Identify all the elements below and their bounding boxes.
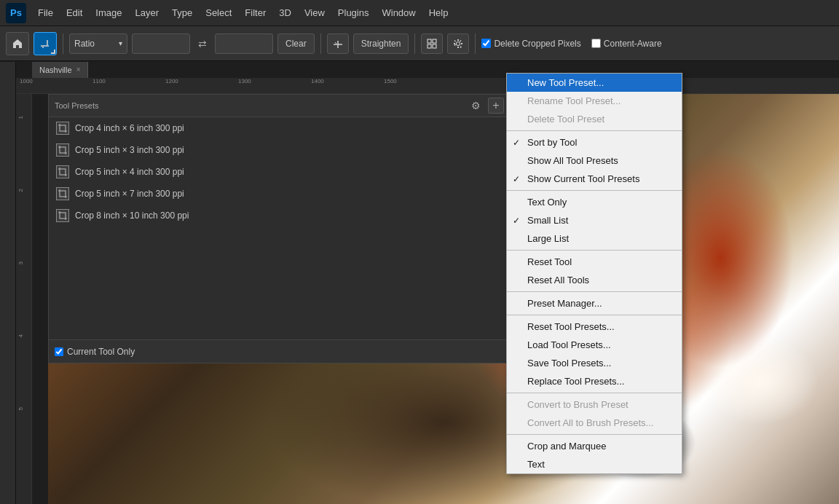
ctx-large-list[interactable]: Large List xyxy=(507,229,682,248)
content-aware-checkbox[interactable] xyxy=(591,39,601,48)
ctx-sort-by-tool[interactable]: ✓ Sort by Tool xyxy=(507,133,682,151)
large-list-label: Large List xyxy=(527,233,569,244)
menu-plugins[interactable]: Plugins xyxy=(332,4,375,21)
ruler-top: 1000 1100 1200 1300 1400 1500 xyxy=(16,78,839,94)
ctx-text-only[interactable]: Text Only xyxy=(507,193,682,211)
save-tool-presets-label: Save Tool Presets... xyxy=(527,358,611,369)
presets-new-button[interactable]: + xyxy=(488,98,504,114)
presets-panel-footer: Current Tool Only xyxy=(49,339,510,363)
swap-button[interactable]: ⇄ xyxy=(194,36,210,52)
straighten-label-button[interactable]: Straighten xyxy=(353,34,409,54)
preset-label-4: Crop 5 inch × 7 inch 300 ppi xyxy=(75,189,184,199)
menubar: Ps File Edit Image Layer Type Select Fil… xyxy=(0,0,839,26)
sep-1 xyxy=(63,34,63,54)
small-list-label: Small List xyxy=(527,215,568,226)
height-input[interactable] xyxy=(215,34,273,54)
preset-item-2[interactable]: Crop 5 inch × 3 inch 300 ppi xyxy=(49,139,510,161)
preset-crop-icon-4 xyxy=(56,187,69,200)
menu-file[interactable]: File xyxy=(32,4,59,21)
ruler-left-mark-3: 3 xyxy=(17,261,24,264)
ratio-dropdown[interactable]: Ratio ▾ xyxy=(69,34,127,54)
preset-label-1: Crop 4 inch × 6 inch 300 ppi xyxy=(75,123,184,133)
ctx-reset-tool[interactable]: Reset Tool xyxy=(507,253,682,271)
menu-filter[interactable]: Filter xyxy=(239,4,272,21)
svg-rect-3 xyxy=(428,39,431,43)
ctx-sep-6 xyxy=(507,393,682,393)
ctx-replace-tool-presets[interactable]: Replace Tool Presets... xyxy=(507,372,682,390)
tab-close-button[interactable]: × xyxy=(76,66,81,74)
ctx-show-all-tool-presets[interactable]: Show All Tool Presets xyxy=(507,151,682,170)
document-name: Nashville xyxy=(39,66,72,74)
menu-3d[interactable]: 3D xyxy=(273,4,297,21)
preset-crop-icon-3 xyxy=(56,165,69,178)
width-input[interactable] xyxy=(132,34,190,54)
clear-button[interactable]: Clear xyxy=(277,34,315,54)
ctx-rename-tool-preset: Rename Tool Preset... xyxy=(507,92,682,110)
grid-button[interactable] xyxy=(421,34,443,54)
svg-rect-17 xyxy=(60,169,66,175)
ctx-new-tool-preset[interactable]: New Tool Preset... xyxy=(507,74,682,92)
ruler-top-mark-5: 1400 xyxy=(311,78,324,84)
current-tool-only-checkbox[interactable] xyxy=(55,347,63,356)
crop-icon xyxy=(39,38,51,50)
context-menu: New Tool Preset... Rename Tool Preset...… xyxy=(506,73,682,474)
sort-by-tool-label: Sort by Tool xyxy=(527,137,577,148)
delete-cropped-pixels-checkbox[interactable] xyxy=(481,39,491,48)
menu-layer[interactable]: Layer xyxy=(130,4,165,21)
replace-tool-presets-label: Replace Tool Presets... xyxy=(527,376,624,387)
ctx-sep-2 xyxy=(507,190,682,191)
show-all-label: Show All Tool Presets xyxy=(527,155,618,166)
current-tool-only-text: Current Tool Only xyxy=(67,347,135,357)
reset-tool-presets-label: Reset Tool Presets... xyxy=(527,321,615,332)
ctx-sep-4 xyxy=(507,291,682,292)
current-tool-only-label[interactable]: Current Tool Only xyxy=(55,347,135,357)
menu-help[interactable]: Help xyxy=(423,4,454,21)
menu-select[interactable]: Select xyxy=(200,4,237,21)
ctx-preset-manager[interactable]: Preset Manager... xyxy=(507,294,682,312)
presets-gear-button[interactable]: ⚙ xyxy=(468,98,484,114)
small-list-check-icon: ✓ xyxy=(513,216,520,226)
ctx-crop-and-marquee[interactable]: Crop and Marquee xyxy=(507,437,682,455)
home-button[interactable] xyxy=(6,32,29,55)
content-aware-checkbox-container: Content-Aware xyxy=(591,39,662,49)
settings-button[interactable] xyxy=(447,34,469,54)
rename-tool-preset-label: Rename Tool Preset... xyxy=(527,95,621,106)
presets-panel-header: Tool Presets ⚙ + xyxy=(49,95,510,117)
menu-edit[interactable]: Edit xyxy=(60,4,88,21)
sort-check-icon: ✓ xyxy=(513,138,520,148)
svg-rect-5 xyxy=(428,44,431,48)
ruler-top-mark-2: 1100 xyxy=(92,78,106,84)
menu-type[interactable]: Type xyxy=(166,4,198,21)
ctx-convert-all-to-brush: Convert All to Brush Presets... xyxy=(507,414,682,432)
delete-cropped-pixels-checkbox-container: Delete Cropped Pixels xyxy=(481,39,580,49)
ctx-load-tool-presets[interactable]: Load Tool Presets... xyxy=(507,336,682,354)
straighten-label: Straighten xyxy=(361,39,401,49)
preset-item-5[interactable]: Crop 8 inch × 10 inch 300 ppi xyxy=(49,205,510,227)
ctx-text[interactable]: Text xyxy=(507,455,682,473)
crop-tool-button[interactable] xyxy=(34,32,57,55)
convert-to-brush-label: Convert to Brush Preset xyxy=(527,399,629,410)
content-aware-label: Content-Aware xyxy=(604,39,662,49)
ruler-top-mark-1: 1000 xyxy=(20,78,33,84)
straighten-icon xyxy=(332,39,344,49)
ctx-reset-tool-presets[interactable]: Reset Tool Presets... xyxy=(507,318,682,336)
ctx-reset-all-tools[interactable]: Reset All Tools xyxy=(507,271,682,289)
preset-item-3[interactable]: Crop 5 inch × 4 inch 300 ppi xyxy=(49,161,510,183)
menu-window[interactable]: Window xyxy=(376,4,421,21)
swap-icon: ⇄ xyxy=(198,38,207,50)
delete-tool-preset-label: Delete Tool Preset xyxy=(527,114,604,125)
straighten-button[interactable] xyxy=(327,34,349,54)
ctx-small-list[interactable]: ✓ Small List xyxy=(507,211,682,229)
menu-view[interactable]: View xyxy=(299,4,331,21)
document-tab[interactable]: Nashville × xyxy=(32,62,88,78)
svg-rect-27 xyxy=(60,213,66,218)
ctx-save-tool-presets[interactable]: Save Tool Presets... xyxy=(507,354,682,372)
convert-all-to-brush-label: Convert All to Brush Presets... xyxy=(527,417,653,428)
reset-tool-label: Reset Tool xyxy=(527,256,572,267)
preset-crop-icon-1 xyxy=(56,122,69,135)
ctx-show-current-tool-presets[interactable]: ✓ Show Current Tool Presets xyxy=(507,170,682,188)
preset-item-1[interactable]: Crop 4 inch × 6 inch 300 ppi xyxy=(49,117,510,139)
ruler-top-mark-6: 1500 xyxy=(384,78,397,84)
preset-item-4[interactable]: Crop 5 inch × 7 inch 300 ppi xyxy=(49,183,510,205)
menu-image[interactable]: Image xyxy=(90,4,127,21)
